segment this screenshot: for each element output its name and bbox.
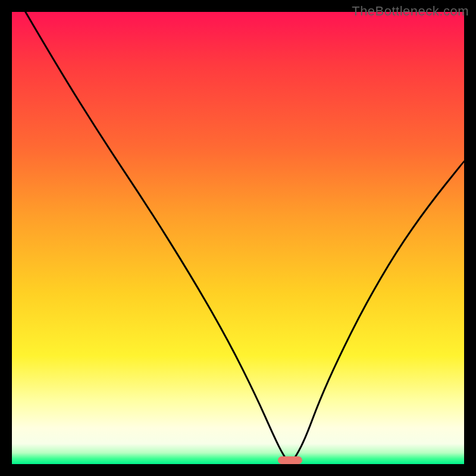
chart-frame: TheBottleneck.com bbox=[0, 0, 476, 476]
plot-area bbox=[12, 12, 464, 464]
optimal-range-marker bbox=[278, 456, 303, 464]
watermark-text: TheBottleneck.com bbox=[352, 4, 469, 19]
bottleneck-curve bbox=[12, 12, 464, 464]
